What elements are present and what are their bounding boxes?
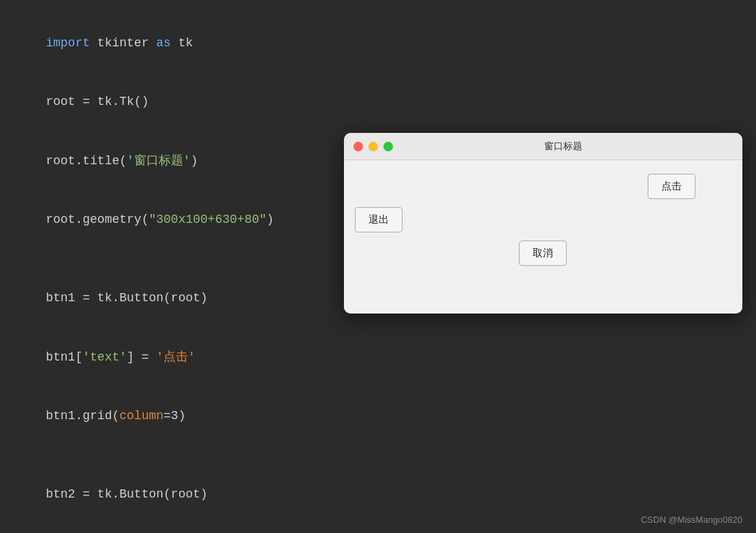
kw-as: as [156, 36, 171, 50]
watermark: CSDN @MissMango0820 [641, 515, 742, 525]
btn-cancel-cell: 取消 [483, 241, 603, 266]
plain: ] = [127, 350, 156, 364]
str-title: '窗口标题' [127, 154, 191, 168]
tk-maximize-button[interactable] [383, 142, 393, 151]
plain: root.geometry( [46, 213, 148, 226]
plain: btn1.grid( [46, 409, 119, 423]
tk-grid: 点击 退出 取消 [355, 168, 731, 305]
tk-minimize-button[interactable] [368, 142, 378, 151]
plain: btn1 = tk.Button(root) [46, 291, 208, 305]
tk-window: 窗口标题 点击 退出 取消 [344, 133, 742, 314]
plain: tkinter [90, 36, 156, 50]
tk-close-button[interactable] [353, 142, 363, 151]
btn-cancel[interactable]: 取消 [519, 241, 567, 266]
code-line-7: btn1.grid(column=3) [16, 386, 740, 445]
plain: btn1[ [46, 350, 82, 364]
plain: root.title( [46, 154, 127, 168]
code-line-9: btn2['text'] = '退出' [16, 524, 740, 533]
kw-import: import [46, 36, 90, 50]
code-line-2: root = tk.Tk() [16, 72, 740, 131]
str-geo: "300x100+630+80" [148, 213, 266, 226]
code-line-1: import tkinter as tk [16, 14, 740, 72]
plain: btn2 = tk.Button(root) [46, 487, 208, 501]
plain: =3) [163, 409, 185, 423]
btn-click[interactable]: 点击 [648, 174, 695, 199]
btn-quit[interactable]: 退出 [355, 207, 403, 232]
plain: tk [171, 36, 193, 50]
str-btn1-val: '点击' [156, 350, 195, 364]
btn-quit-cell: 退出 [355, 207, 475, 232]
plain: ) [266, 213, 274, 226]
tk-titlebar: 窗口标题 [344, 133, 742, 160]
str-text-key: 'text' [82, 350, 127, 364]
code-line-6: btn1['text'] = '点击' [16, 328, 740, 386]
code-line-8: btn2 = tk.Button(root) [16, 465, 740, 523]
kw-column: column [119, 409, 163, 423]
plain: ) [191, 154, 198, 168]
tk-window-title: 窗口标题 [393, 140, 733, 153]
btn-click-cell: 点击 [612, 174, 731, 199]
blank-2 [16, 446, 740, 466]
tk-content: 点击 退出 取消 [344, 160, 742, 314]
plain: root = tk.Tk() [46, 95, 148, 108]
tk-window-controls [353, 142, 393, 151]
